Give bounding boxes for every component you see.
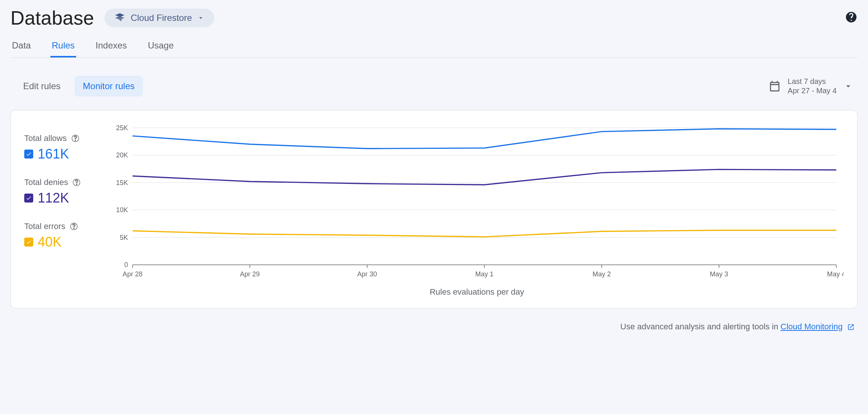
svg-text:10K: 10K [116,206,128,214]
legend-label-errors: Total errors [24,222,65,231]
svg-text:5K: 5K [120,233,128,241]
legend-checkbox-errors[interactable] [24,238,33,247]
svg-text:15K: 15K [116,178,128,186]
svg-text:25K: 25K [116,124,128,132]
date-range-picker[interactable]: Last 7 days Apr 27 - May 4 [768,77,853,95]
calendar-icon [768,80,781,92]
main-tabs: Data Rules Indexes Usage [10,40,858,58]
svg-text:May 4: May 4 [827,270,844,278]
legend-value-denies: 112K [38,190,69,206]
external-link-icon [847,323,855,331]
database-selector-label: Cloud Firestore [131,13,192,23]
legend-value-allows: 161K [38,146,69,162]
svg-text:0: 0 [124,261,128,269]
help-icon[interactable] [845,11,858,25]
svg-text:May 1: May 1 [475,270,493,278]
legend-checkbox-allows[interactable] [24,150,33,159]
footer-text: Use advanced analysis and alerting tools… [620,322,780,331]
date-range-dates: Apr 27 - May 4 [788,86,837,95]
chart-legend: Total allows 161K Total denies [24,124,106,297]
legend-item-allows: Total allows 161K [24,134,106,162]
rules-subtabs: Edit rules Monitor rules [15,76,143,97]
cloud-monitoring-link[interactable]: Cloud Monitoring [781,322,843,331]
rules-evaluations-chart: 05K10K15K20K25KApr 28Apr 29Apr 30May 1Ma… [110,124,844,280]
tab-indexes[interactable]: Indexes [94,40,128,57]
legend-item-denies: Total denies 112K [24,178,106,206]
svg-text:Apr 28: Apr 28 [123,270,143,278]
svg-text:Apr 29: Apr 29 [240,270,260,278]
legend-label-allows: Total allows [24,134,67,143]
help-icon[interactable] [71,134,79,142]
svg-text:Apr 30: Apr 30 [357,270,377,278]
tab-rules[interactable]: Rules [50,40,76,57]
tab-data[interactable]: Data [10,40,32,57]
tab-usage[interactable]: Usage [146,40,175,57]
page-title: Database [10,7,94,29]
svg-text:May 3: May 3 [710,270,728,278]
legend-label-denies: Total denies [24,178,68,187]
svg-text:20K: 20K [116,151,128,159]
legend-checkbox-denies[interactable] [24,194,33,203]
chevron-down-icon [197,14,204,22]
subtab-monitor-rules[interactable]: Monitor rules [75,76,143,97]
date-range-label: Last 7 days [788,77,837,86]
footer-hint: Use advanced analysis and alerting tools… [10,322,858,332]
legend-value-errors: 40K [38,234,62,250]
database-selector[interactable]: Cloud Firestore [104,9,214,27]
firestore-icon [114,12,125,23]
legend-item-errors: Total errors 40K [24,222,106,250]
chart-caption: Rules evaluations per day [110,287,844,297]
chevron-down-icon [843,81,853,91]
subtab-edit-rules[interactable]: Edit rules [15,76,69,97]
help-icon[interactable] [70,222,78,230]
help-icon[interactable] [72,178,81,186]
chart-card: Total allows 161K Total denies [10,110,858,308]
svg-text:May 2: May 2 [593,270,611,278]
